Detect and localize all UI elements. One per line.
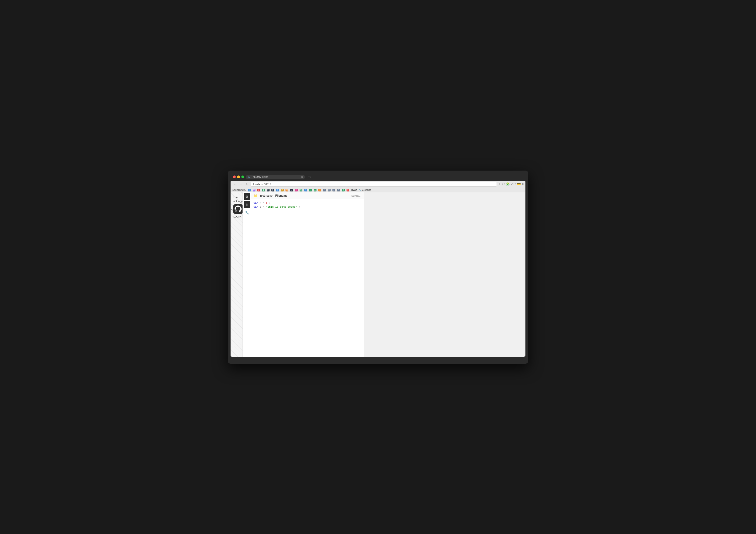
code-editor[interactable]: var x = 6 ; var s = "this is some code;"… — [251, 199, 364, 357]
close-button[interactable] — [233, 175, 236, 178]
monitor: ◈ Tributary | inlet ✕ ▭ ← → ↻ ☆ 🛡 🧩 V ⬡ … — [228, 170, 528, 364]
bookmark-m-dark[interactable]: M — [290, 189, 293, 191]
bookmark-n-green[interactable]: N — [300, 189, 302, 191]
settings-icon: ⚙ — [245, 195, 248, 198]
bookmark-shorten-url[interactable]: Shorten URL — [232, 189, 246, 191]
bookmark-shorten-url-label: Shorten URL — [232, 189, 246, 191]
main-content: I am not logged in LOGIN: Publish — [230, 192, 526, 357]
bookmark-plus[interactable]: + — [323, 189, 326, 191]
bookmark-github[interactable]: G — [271, 189, 274, 191]
tab-close-icon[interactable]: ✕ — [301, 176, 303, 178]
address-bar[interactable] — [251, 182, 497, 187]
traffic-lights — [233, 175, 244, 178]
back-button[interactable]: ← — [232, 182, 237, 186]
shield-icon[interactable]: 🛡 — [502, 182, 505, 186]
wallet-icon[interactable]: 💳 — [517, 182, 521, 186]
folder-icon: 📁 — [254, 194, 257, 197]
bookmark-m-red[interactable]: ■ — [257, 189, 260, 191]
settings-button[interactable]: ⚙ — [244, 193, 250, 200]
content-layout: I am not logged in LOGIN: Publish — [230, 192, 364, 357]
publish-button[interactable]: Publish — [230, 208, 239, 212]
reload-button[interactable]: ↻ — [245, 182, 250, 186]
tab-title: Tributary | inlet — [251, 175, 300, 178]
bookmark-dot[interactable]: ● — [318, 189, 321, 191]
browser-window: ← → ↻ ☆ 🛡 🧩 V ⬡ 💳 ≡ Shorten URL M M ■ ◆ — [230, 181, 526, 357]
bookmark-circle[interactable]: ⊕ — [267, 189, 270, 191]
bookmark-lines[interactable]: ≡ — [337, 189, 340, 191]
forward-button[interactable]: → — [239, 182, 244, 186]
new-tab-icon[interactable]: ▭ — [308, 175, 311, 179]
browser-tab[interactable]: ◈ Tributary | inlet ✕ — [246, 175, 305, 179]
var-name-x: x = — [260, 202, 266, 204]
code-line-2: var s = "this is some code;" ; — [254, 205, 361, 209]
keyword-var-2: var — [254, 206, 258, 208]
semicolon-2: ; — [298, 206, 300, 208]
bookmark-crowbar-label: Crowbar — [362, 189, 371, 191]
bookmark-rwd[interactable]: RWD — [351, 189, 357, 191]
bookmark-crowbar-icon: 🔧 — [359, 189, 362, 191]
vpn-icon[interactable]: V — [511, 182, 513, 186]
fullscreen-button[interactable] — [241, 175, 244, 178]
bookmark-m-orange[interactable]: M — [285, 189, 288, 191]
menu-icon[interactable]: ≡ — [522, 182, 524, 186]
tools-icon: 🔧 — [245, 211, 249, 215]
panel-header: 📁 Inlet name: Filename Saving... — [251, 192, 364, 199]
bookmark-n-blue[interactable]: N — [304, 189, 307, 191]
tools-button[interactable]: 🔧 — [244, 209, 250, 216]
keyword-var-1: var — [254, 202, 258, 204]
tab-favicon-icon: ◈ — [248, 175, 250, 179]
bookmark-diamond2[interactable]: ◈ — [333, 189, 335, 191]
extension-icon[interactable]: 🧩 — [506, 182, 510, 186]
inlet-name-label: Inlet name: — [259, 194, 273, 197]
sidebar-icons: ⚙ ⬆ 🔧 — [243, 192, 251, 357]
bookmark-m-pink[interactable]: M — [295, 189, 298, 191]
bookmark-c-red[interactable]: C — [346, 189, 349, 191]
bookmark-cross[interactable]: ⊕ — [328, 189, 331, 191]
code-line-1: var x = 6 ; — [254, 201, 361, 205]
minimize-button[interactable] — [237, 175, 240, 178]
saving-status: Saving... — [351, 194, 361, 197]
monitor-top-bar: ◈ Tributary | inlet ✕ ▭ — [230, 173, 526, 181]
bookmark-star-icon[interactable]: ☆ — [498, 182, 501, 186]
bookmark-m-purple[interactable]: M — [253, 189, 256, 191]
inlet-name-value[interactable]: Filename — [275, 194, 287, 197]
pocket-icon[interactable]: ⬡ — [513, 182, 516, 186]
bookmark-diamond[interactable]: ◆ — [262, 189, 265, 191]
right-panel: 📁 Inlet name: Filename Saving... var x =… — [251, 192, 364, 357]
bookmark-rwd-label: RWD — [351, 189, 357, 191]
number-6: 6 — [266, 202, 268, 204]
bookmark-a[interactable]: A — [314, 189, 316, 191]
bookmark-y[interactable]: Y — [281, 189, 284, 191]
var-name-s: s = — [260, 206, 266, 208]
upload-icon: ⬆ — [246, 203, 248, 207]
bookmark-b[interactable]: B — [276, 189, 279, 191]
nav-bar: ← → ↻ ☆ 🛡 🧩 V ⬡ 💳 ≡ — [230, 181, 526, 188]
nav-icons: ☆ 🛡 🧩 V ⬡ 💳 ≡ — [498, 182, 524, 186]
string-value: "this is some code;" — [266, 206, 297, 208]
bookmark-m-blue[interactable]: M — [248, 189, 251, 191]
bookmarks-bar: Shorten URL M M ■ ◆ ⊕ G B Y M M M N N N … — [230, 188, 526, 192]
bookmark-c-green[interactable]: C — [342, 189, 345, 191]
semicolon-1: ; — [269, 202, 271, 204]
bookmark-crowbar[interactable]: 🔧 Crowbar — [359, 189, 371, 191]
upload-button[interactable]: ⬆ — [244, 201, 250, 208]
bookmark-n2-green[interactable]: N — [309, 189, 312, 191]
